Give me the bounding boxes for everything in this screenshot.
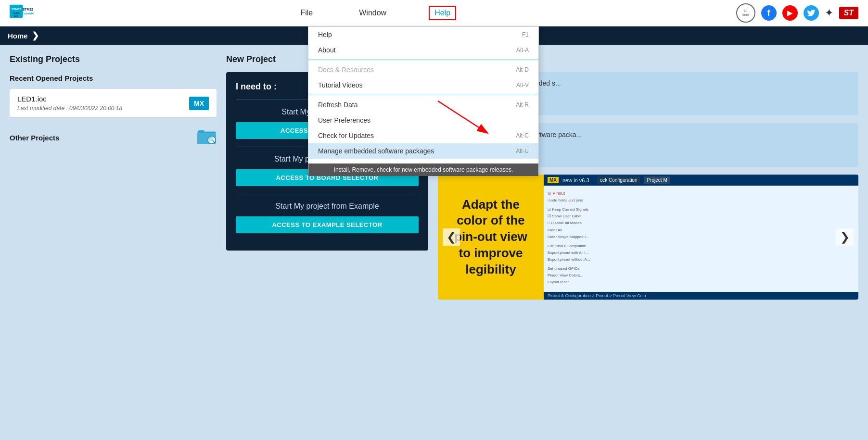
dropdown-tutorial[interactable]: Tutorial Videos Alt-V xyxy=(308,77,538,93)
folder-icon[interactable]: 🔍 xyxy=(197,127,217,148)
logo-area: STM32 Cube MX STM32 CubeMX xyxy=(10,1,36,25)
video-option4: Clear All xyxy=(548,227,855,234)
dropdown-check-updates[interactable]: Check for Updates Alt-C xyxy=(308,128,538,143)
red-arrow xyxy=(433,96,491,135)
twitter-icon[interactable] xyxy=(804,5,819,21)
video-tab1: ock Configuration xyxy=(597,176,640,184)
recent-projects-title: Recent Opened Projects xyxy=(10,74,217,82)
video-content-line1: ⊙ Pinout xyxy=(548,189,855,197)
other-projects-section: Other Projects 🔍 xyxy=(10,127,217,148)
svg-text:STM32: STM32 xyxy=(12,7,21,11)
video-right: MX new in v6.3 ock Configuration Project… xyxy=(544,175,858,300)
other-projects-title: Other Projects xyxy=(10,134,59,142)
project-info: LED1.ioc Last modified date : 09/03/2022… xyxy=(17,95,122,112)
menu-items: File Window Help xyxy=(65,6,688,20)
video-option2: ☑ Show User Label xyxy=(548,213,855,220)
video-option3: □ Disable All Modes xyxy=(548,220,855,226)
dropdown-help-shortcut: F1 xyxy=(522,31,529,38)
video-option1: ☑ Keep Current Signals xyxy=(548,206,855,213)
example-section: Start My project from Example ACCESS TO … xyxy=(236,194,419,241)
nav-chevron: ❯ xyxy=(32,30,39,41)
example-section-title: Start My project from Example xyxy=(236,202,419,211)
anniversary-badge: 10anni xyxy=(736,3,755,23)
dropdown-separator-1 xyxy=(308,60,538,60)
video-yellow-text: Adapt the color of the pin-out view to i… xyxy=(447,197,534,278)
video-option11: Layout reset xyxy=(548,279,855,286)
video-tab2: Project M xyxy=(644,176,670,184)
dropdown-refresh-shortcut: Alt-R xyxy=(516,101,529,108)
video-option10: Pinout View Colors... xyxy=(548,272,855,279)
video-card: ❮ Adapt the color of the pin-out view to… xyxy=(438,175,858,300)
dropdown-help[interactable]: Help F1 xyxy=(308,27,538,42)
logo-box: STM32 Cube MX STM32 CubeMX xyxy=(10,1,36,25)
left-panel: Existing Projects Recent Opened Projects… xyxy=(10,54,217,429)
project-name: LED1.ioc xyxy=(17,95,122,103)
dropdown-about[interactable]: About Alt-A xyxy=(308,42,538,58)
st-logo: ST xyxy=(839,7,858,19)
dropdown-docs-label: Docs & Resources xyxy=(318,66,374,74)
window-menu[interactable]: Window xyxy=(355,7,390,19)
manage-packages-tooltip: Install, Remove, check for new embedded … xyxy=(308,163,538,176)
video-option8: Export pinout without A... xyxy=(548,256,855,263)
svg-text:STM32: STM32 xyxy=(23,8,33,11)
dropdown-tutorial-label: Tutorial Videos xyxy=(318,81,363,89)
social-icons: 10anni f ▶ ✦ ST xyxy=(736,3,858,23)
dropdown-manage-packages-shortcut: Alt-U xyxy=(516,148,529,154)
file-menu[interactable]: File xyxy=(296,7,317,19)
dropdown-tutorial-shortcut: Alt-V xyxy=(516,82,529,88)
project-item[interactable]: LED1.ioc Last modified date : 09/03/2022… xyxy=(10,89,217,118)
svg-text:Cube: Cube xyxy=(13,12,20,14)
video-option9: Set unused GPIOs xyxy=(548,265,855,272)
video-header: MX new in v6.3 ock Configuration Project… xyxy=(544,175,858,186)
dropdown-about-label: About xyxy=(318,46,336,54)
dropdown-refresh[interactable]: Refresh Data Alt-R xyxy=(308,97,538,113)
youtube-icon[interactable]: ▶ xyxy=(782,5,798,21)
video-content-area: ⊙ Pinout mode fields and pins ☑ Keep Cur… xyxy=(544,186,858,290)
help-menu[interactable]: Help xyxy=(429,6,456,20)
dropdown-manage-packages[interactable]: Manage embedded software packages Alt-U … xyxy=(308,143,538,159)
share-network-icon[interactable]: ✦ xyxy=(825,7,833,19)
video-nav-left[interactable]: ❮ xyxy=(443,228,460,246)
dropdown-preferences-label: User Preferences xyxy=(318,116,370,124)
dropdown-docs-shortcut: Alt-D xyxy=(516,66,529,73)
dropdown-separator-2 xyxy=(308,95,538,95)
home-label: Home xyxy=(8,32,28,40)
video-option7: Export pinout with All I... xyxy=(548,250,855,256)
project-date: Last modified date : 09/03/2022 20:00:18 xyxy=(17,105,122,112)
dropdown-docs: Docs & Resources Alt-D xyxy=(308,62,538,77)
dropdown-manage-packages-label: Manage embedded software packages xyxy=(318,147,434,155)
video-option6: List Pinout Compatible... xyxy=(548,243,855,250)
svg-text:🔍: 🔍 xyxy=(208,136,216,143)
svg-text:MX: MX xyxy=(14,15,19,18)
mx-badge: MX xyxy=(189,97,209,110)
video-content-line2: mode fields and pins xyxy=(548,197,855,204)
svg-text:CubeMX: CubeMX xyxy=(22,12,34,15)
dropdown-check-updates-shortcut: Alt-C xyxy=(516,132,529,139)
video-nav-right[interactable]: ❯ xyxy=(836,228,854,246)
video-thumbnail: Adapt the color of the pin-out view to i… xyxy=(438,175,858,300)
dropdown-check-updates-label: Check for Updates xyxy=(318,132,374,139)
menubar: STM32 Cube MX STM32 CubeMX File Window H… xyxy=(0,0,868,26)
help-dropdown: Help F1 About Alt-A Docs & Resources Alt… xyxy=(308,26,539,175)
svg-line-11 xyxy=(438,101,479,127)
video-mx-badge: MX xyxy=(548,177,559,183)
nav-home[interactable]: Home ❯ xyxy=(8,30,39,41)
example-selector-button[interactable]: ACCESS TO EXAMPLE SELECTOR xyxy=(236,216,419,233)
dropdown-about-shortcut: Alt-A xyxy=(516,47,529,53)
facebook-icon[interactable]: f xyxy=(761,5,777,21)
video-footer-text: Pinout & Configuration > Pinout > Pinout… xyxy=(548,293,650,298)
video-footer: Pinout & Configuration > Pinout > Pinout… xyxy=(544,292,858,300)
video-option5: Clear Single Mapped I... xyxy=(548,234,855,240)
dropdown-refresh-label: Refresh Data xyxy=(318,101,357,109)
stm32-logo: STM32 Cube MX STM32 CubeMX xyxy=(10,1,36,25)
video-version: new in v6.3 xyxy=(562,177,589,183)
dropdown-help-label: Help xyxy=(318,31,332,38)
dropdown-preferences[interactable]: User Preferences xyxy=(308,113,538,128)
existing-projects-title: Existing Projects xyxy=(10,54,217,64)
